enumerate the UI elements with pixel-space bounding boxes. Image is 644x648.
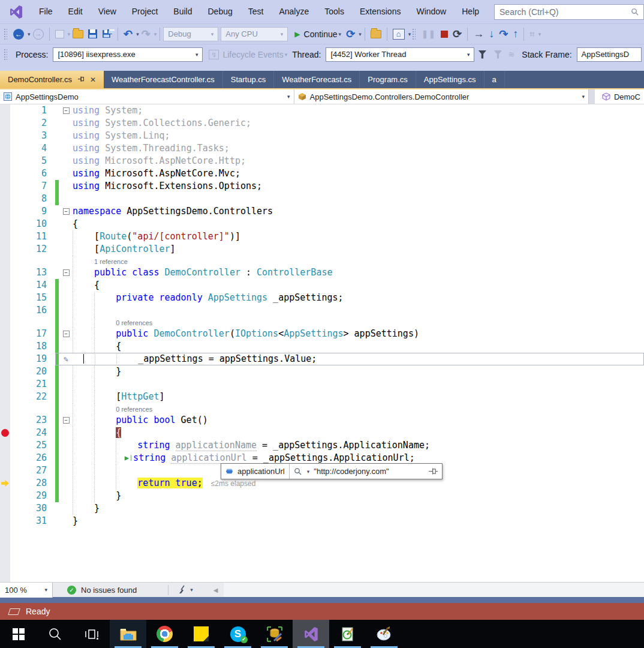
code-text[interactable]: namespace AppSettingsDemo.Controllers (73, 205, 644, 218)
code-text[interactable]: _appSettings = appSettings.Value; (73, 353, 644, 365)
type-dropdown[interactable]: AppSettingsDemo.Controllers.DemoControll… (294, 89, 589, 104)
tab-weatherforecast-cs[interactable]: WeatherForecast.cs (274, 71, 360, 88)
sql-management-studio-button[interactable] (256, 620, 293, 648)
horizontal-scrollbar[interactable] (224, 583, 644, 597)
breakpoint-margin-cell[interactable] (0, 427, 10, 439)
code-text[interactable]: using System.Threading.Tasks; (73, 142, 644, 155)
skype-button[interactable]: S✓ (219, 620, 256, 648)
step-out-button[interactable]: ↑ (511, 26, 520, 42)
greenshot-button[interactable] (329, 620, 366, 648)
breakpoint-margin-cell[interactable] (0, 317, 10, 328)
tab-appsettings-cs[interactable]: AppSettings.cs (416, 71, 484, 88)
code-text[interactable]: [ApiController] (73, 243, 644, 256)
breakpoint-margin-cell[interactable] (0, 193, 10, 205)
menu-item-extensions[interactable]: Extensions (352, 0, 408, 23)
magnifier-icon[interactable] (294, 467, 302, 475)
browser-home-button[interactable]: ⌂ (391, 26, 407, 42)
pause-button[interactable]: ❚❚ (420, 26, 438, 42)
pin-tab-icon[interactable] (78, 76, 85, 83)
continue-button[interactable]: ▶ Continue ▾ (293, 26, 343, 42)
save-button[interactable] (86, 26, 99, 42)
tab-startup-cs[interactable]: Startup.cs (223, 71, 275, 88)
code-text[interactable]: string applicationName = _appSettings.Ap… (73, 439, 644, 452)
search-input[interactable] (499, 7, 631, 17)
breakpoint-icon[interactable] (1, 429, 9, 437)
code-text[interactable]: { (73, 427, 644, 439)
filter-threads-icon[interactable] (478, 50, 486, 59)
breakpoint-margin-cell[interactable] (0, 464, 10, 477)
breakpoint-margin-cell[interactable] (0, 403, 10, 414)
navigate-backward-button[interactable]: ← (11, 26, 26, 42)
code-text[interactable]: { (73, 340, 644, 353)
chrome-button[interactable] (146, 620, 183, 648)
show-next-statement-button[interactable]: → (471, 26, 486, 42)
breakpoint-margin-cell[interactable] (0, 439, 10, 452)
filter-flagged-threads-icon[interactable] (493, 50, 502, 59)
member-dropdown[interactable]: DemoC (595, 89, 644, 104)
menu-item-help[interactable]: Help (454, 0, 487, 23)
code-text[interactable]: } (73, 365, 644, 378)
code-text[interactable] (73, 193, 644, 205)
process-combo[interactable]: [10896] iisexpress.exe▾ (53, 47, 203, 62)
breakpoint-margin-cell[interactable] (0, 328, 10, 340)
breakpoint-margin-cell[interactable] (0, 365, 10, 378)
lifecycle-events-icon[interactable]: ↯ (209, 50, 219, 59)
breakpoint-margin-cell[interactable] (0, 243, 10, 256)
codelens-text-cell[interactable]: 0 references (73, 403, 644, 414)
code-text[interactable]: using Microsoft.AspNetCore.Mvc; (73, 167, 644, 180)
chevron-down-icon[interactable]: ▾ (28, 31, 31, 37)
fold-collapse-icon[interactable]: − (63, 331, 70, 337)
breakpoint-margin-cell[interactable] (0, 218, 10, 230)
breakpoint-margin-cell[interactable] (0, 502, 10, 515)
new-project-button[interactable] (53, 26, 66, 42)
tab-a[interactable]: a (484, 71, 505, 88)
start-button[interactable] (0, 620, 37, 648)
code-text[interactable]: [HttpGet] (73, 391, 644, 403)
breakpoint-margin-cell[interactable] (0, 292, 10, 304)
code-text[interactable]: public bool Get() (73, 414, 644, 427)
code-text[interactable]: public DemoController(IOptions<AppSettin… (73, 328, 644, 340)
chevron-down-icon[interactable]: ▾ (359, 31, 362, 37)
tab-democontroller-cs[interactable]: DemoController.cs✕ (0, 71, 104, 88)
redo-button[interactable]: ↷ (140, 26, 152, 42)
chevron-down-icon[interactable]: ▾ (307, 469, 310, 475)
chevron-down-icon[interactable]: ▾ (190, 587, 193, 593)
quick-search-box[interactable] (494, 4, 644, 20)
fold-collapse-icon[interactable]: − (63, 269, 70, 276)
code-text[interactable]: } (73, 515, 644, 527)
menu-item-file[interactable]: File (31, 0, 61, 23)
step-into-button[interactable]: ↓ (487, 26, 496, 42)
code-text[interactable]: using System.Linq; (73, 130, 644, 142)
step-over-button[interactable]: ↷ (497, 26, 510, 42)
codelens-references[interactable]: 1 reference (94, 258, 128, 265)
menu-item-analyze[interactable]: Analyze (271, 0, 317, 23)
code-text[interactable]: ▶❘string applicationUrl = _appSettings.A… (73, 452, 644, 464)
scroll-left-icon[interactable]: ◀ (213, 587, 218, 593)
code-text[interactable]: using Microsoft.Extensions.Options; (73, 180, 644, 193)
breakpoint-margin-cell[interactable] (0, 180, 10, 193)
toolbar-grip[interactable] (4, 49, 7, 61)
toolbar-grip[interactable] (412, 28, 416, 40)
breakpoint-margin-cell[interactable] (0, 117, 10, 130)
code-text[interactable]: [Route("api/[controller]")] (73, 230, 644, 243)
breakpoint-margin-cell[interactable] (0, 304, 10, 317)
menu-item-edit[interactable]: Edit (61, 0, 91, 23)
code-text[interactable] (73, 378, 644, 391)
chevron-down-icon[interactable]: ▾ (68, 31, 71, 37)
tab-program-cs[interactable]: Program.cs (360, 71, 416, 88)
breakpoint-margin-cell[interactable] (0, 230, 10, 243)
code-text[interactable]: private readonly AppSettings _appSetting… (73, 292, 644, 304)
restart-button[interactable]: ⟳ (344, 26, 357, 42)
fold-collapse-icon[interactable]: − (63, 107, 70, 114)
breakpoint-margin-cell[interactable] (0, 167, 10, 180)
lifecycle-events-button[interactable]: Lifecycle Events (222, 50, 283, 59)
menu-item-test[interactable]: Test (240, 0, 272, 23)
menu-item-project[interactable]: Project (124, 0, 166, 23)
codelens-references[interactable]: 0 references (116, 319, 152, 326)
open-file-button[interactable] (71, 26, 85, 42)
project-dropdown[interactable]: AppSettingsDemo ▾ (0, 89, 294, 104)
codelens-text-cell[interactable]: 0 references (73, 317, 644, 328)
menu-item-window[interactable]: Window (408, 0, 454, 23)
codelens-references[interactable]: 0 references (116, 406, 152, 413)
code-editor[interactable]: 1−using System;2using System.Collections… (0, 104, 644, 582)
